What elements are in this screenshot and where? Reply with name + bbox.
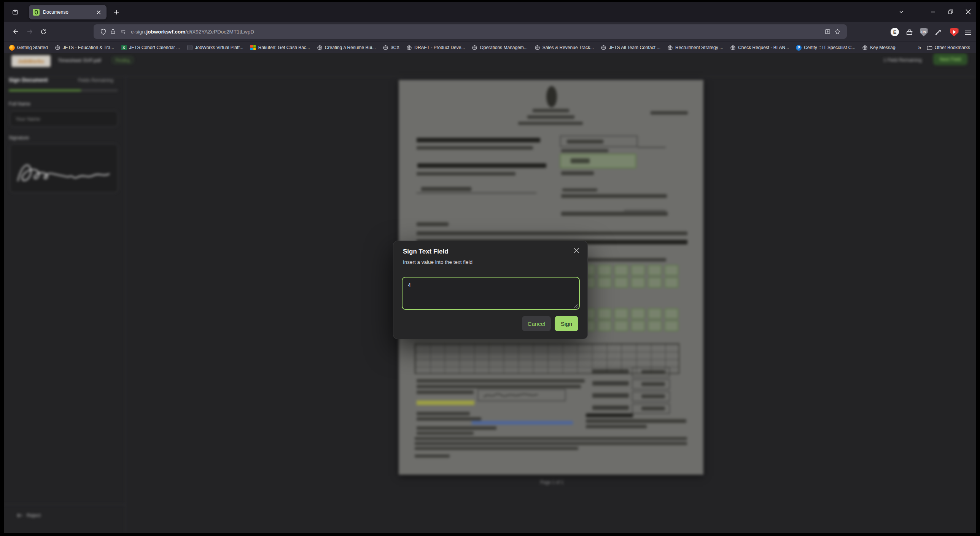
- doc-blurred-content: [651, 111, 688, 115]
- url-bar[interactable]: e-sign.jobworksvf.com/d/iX92YAZePDoc2MT1…: [94, 24, 847, 39]
- bookmark-item[interactable]: Recruitment Strategy ...: [667, 45, 723, 51]
- doc-blurred-content: [641, 394, 665, 398]
- bookmark-item[interactable]: JETS - Education & Tra...: [55, 45, 114, 51]
- doc-blurred-content: [417, 379, 585, 383]
- close-window-button[interactable]: [962, 6, 975, 18]
- bookmark-item[interactable]: Getting Started: [9, 45, 48, 51]
- doc-blurred-content: [614, 265, 628, 276]
- bookmark-label: Rakuten: Get Cash Bac...: [258, 45, 310, 50]
- firefox-icon: [9, 45, 15, 51]
- doc-blurred-content: [641, 382, 665, 386]
- globe-icon: [383, 45, 388, 51]
- doc-blurred-content: [638, 147, 666, 148]
- sign-button[interactable]: Sign: [555, 316, 578, 331]
- header-divider: [4, 76, 976, 77]
- full-name-placeholder: Your Name: [16, 116, 40, 122]
- bookmark-item[interactable]: Check Request - BLAN...: [730, 45, 789, 51]
- network-forward-icon[interactable]: [932, 26, 944, 38]
- excel-icon: X: [121, 45, 127, 51]
- tab-list-chevron-icon[interactable]: [895, 6, 908, 18]
- bookmark-label: JETS Cohort Calendar ...: [129, 45, 180, 50]
- permissions-icon[interactable]: [118, 27, 128, 36]
- ublock-origin-icon[interactable]: UO: [918, 26, 930, 38]
- doc-blurred-content: [665, 308, 678, 319]
- sidebar-divider: [126, 77, 126, 533]
- doc-blurred-content: [533, 109, 569, 112]
- signature-pad[interactable]: [10, 144, 118, 193]
- bookmark-item[interactable]: XJETS Cohort Calendar ...: [121, 45, 180, 51]
- bookmark-item[interactable]: Rakuten: Get Cash Bac...: [250, 45, 310, 51]
- adblock-youtube-icon[interactable]: [948, 26, 960, 38]
- new-tab-button[interactable]: [111, 7, 122, 18]
- tab-bar: Documenso: [4, 2, 976, 22]
- bookmark-item[interactable]: JETS All Team Contact ...: [601, 45, 660, 51]
- globe-icon: [601, 45, 606, 51]
- tab-title: Documenso: [43, 10, 94, 15]
- menu-hamburger-icon[interactable]: [962, 26, 974, 38]
- bookmarks-overflow-chevron[interactable]: »: [918, 44, 921, 51]
- sign-text-field-dialog: Sign Text Field Insert a value into the …: [393, 241, 588, 339]
- bookmark-item[interactable]: Key Messages & Talki...: [862, 45, 896, 51]
- url-text: e-sign.jobworksvf.com/d/iX92YAZePDoc2MT1…: [131, 29, 822, 35]
- bookmark-item[interactable]: Creating a Resume Bui...: [317, 45, 376, 51]
- tab-close-icon[interactable]: [94, 8, 103, 16]
- doc-blurred-content: [417, 163, 546, 168]
- lock-icon[interactable]: [108, 27, 118, 36]
- bookmark-label: JobWorks Virtual Platf...: [195, 45, 243, 50]
- doc-blurred-content: [631, 321, 645, 331]
- tracking-shield-icon[interactable]: [98, 27, 108, 36]
- bookmarks-list: Getting StartedJETS - Education & Tra...…: [9, 41, 896, 54]
- bookmark-label: Recruitment Strategy ...: [675, 45, 723, 50]
- extension-e-icon[interactable]: E: [889, 26, 901, 38]
- extensions-puzzle-icon[interactable]: [903, 26, 915, 38]
- restore-button[interactable]: [944, 6, 957, 18]
- globe-icon: [730, 45, 736, 51]
- doc-blurred-content: [665, 265, 678, 276]
- doc-blurred-content: [631, 308, 645, 319]
- doc-blurred-content: [527, 115, 574, 119]
- bookmark-item[interactable]: 3CX: [383, 45, 399, 51]
- doc-blurred-content: [624, 210, 666, 211]
- reload-button[interactable]: [37, 26, 49, 38]
- fields-remaining-subheading: Fields Remaining: [78, 78, 113, 83]
- bookmark-item[interactable]: Sales & Revenue Track...: [535, 45, 594, 51]
- reject-button[interactable]: Reject: [17, 512, 41, 518]
- other-bookmarks-button[interactable]: Other Bookmarks: [927, 45, 970, 51]
- back-button[interactable]: [10, 26, 22, 38]
- text-field-value-input[interactable]: 4: [402, 277, 580, 310]
- bookmarks-toolbar: Getting StartedJETS - Education & Tra...…: [4, 41, 976, 53]
- doc-blurred-content: [518, 122, 583, 125]
- next-field-button[interactable]: Next Field: [933, 53, 967, 65]
- doc-blurred-content: [598, 308, 611, 319]
- doc-blurred-content: [417, 417, 481, 421]
- bookmark-item[interactable]: DRAFT - Product Deve...: [406, 45, 465, 51]
- save-page-icon[interactable]: [822, 27, 832, 36]
- doc-blurred-content: [415, 447, 578, 450]
- dialog-close-icon[interactable]: [571, 246, 581, 255]
- status-badge: Pending: [112, 57, 133, 64]
- signing-progress-fill: [9, 89, 81, 91]
- doc-blurred-content: [561, 194, 667, 198]
- doc-blurred-content: [598, 265, 611, 276]
- bookmark-label: JETS - Education & Tra...: [63, 45, 114, 50]
- bookmark-item[interactable]: JobWorks Virtual Platf...: [187, 45, 243, 51]
- doc-blurred-content: [546, 86, 557, 107]
- doc-blurred-content: [417, 138, 540, 142]
- forward-button[interactable]: [24, 26, 36, 38]
- bookmark-item[interactable]: PCertify :: IT Specialist C...: [796, 45, 855, 51]
- doc-blurred-content: [648, 308, 662, 319]
- doc-blurred-content: [561, 171, 594, 175]
- bookmark-star-icon[interactable]: [832, 27, 842, 36]
- bookmark-item[interactable]: Operations Managem...: [472, 45, 527, 51]
- cancel-button[interactable]: Cancel: [522, 316, 551, 331]
- minimize-button[interactable]: [926, 6, 939, 18]
- doc-blurred-content: [417, 432, 474, 435]
- doc-blurred-content: [614, 308, 628, 319]
- doc-blurred-content: [417, 412, 470, 415]
- p-badge-icon: P: [796, 45, 802, 51]
- tab-documenso[interactable]: Documenso: [29, 5, 107, 19]
- firefox-view-icon[interactable]: [10, 7, 21, 18]
- doc-blurred-content: [417, 231, 687, 235]
- full-name-input[interactable]: Your Name: [10, 111, 118, 127]
- browser-window: Documenso: [4, 2, 976, 533]
